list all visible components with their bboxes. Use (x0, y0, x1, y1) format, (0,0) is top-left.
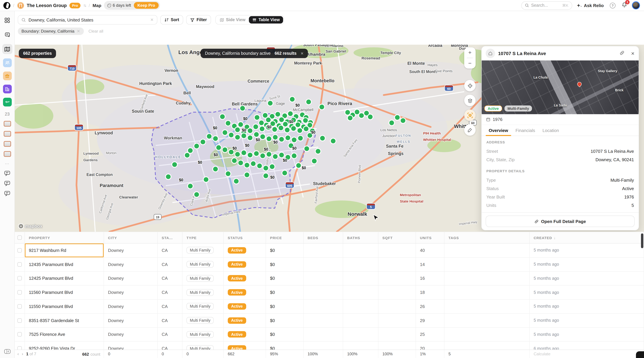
property-marker[interactable] (279, 136, 284, 142)
dismiss-banner-icon[interactable]: ✕ (300, 51, 304, 56)
property-marker[interactable] (254, 151, 259, 156)
property-marker[interactable] (291, 153, 297, 158)
boundary-active-banner[interactable]: Downey, California boundary active 662 r… (200, 49, 308, 58)
property-marker[interactable] (330, 138, 336, 144)
property-marker[interactable] (244, 172, 250, 178)
row-checkbox[interactable] (18, 304, 22, 309)
property-marker[interactable] (312, 158, 317, 164)
property-marker[interactable] (235, 134, 240, 140)
property-marker[interactable] (263, 165, 269, 171)
property-marker[interactable] (269, 164, 275, 169)
property-marker[interactable] (247, 135, 253, 140)
select-all-checkbox[interactable] (18, 235, 22, 240)
open-full-detail-button[interactable]: Open Full Detail Page (486, 216, 634, 227)
sidebar-board-thumbnail[interactable] (4, 131, 11, 137)
property-marker[interactable] (250, 161, 256, 166)
property-marker[interactable] (235, 151, 240, 157)
property-marker[interactable] (235, 127, 240, 132)
table-row[interactable]: 9217 Washburn RdDowneyCAMulti FamilyActi… (15, 244, 644, 258)
property-marker[interactable] (194, 192, 200, 197)
table-row[interactable]: 11550 Paramount BlvdDowneyCAMulti Family… (15, 300, 644, 314)
row-checkbox[interactable] (18, 318, 22, 322)
property-marker[interactable] (226, 171, 231, 176)
clear-all-button[interactable]: Clear all (88, 29, 103, 34)
sidebar-item-map[interactable] (2, 44, 12, 54)
property-marker[interactable] (296, 163, 301, 168)
property-marker[interactable] (298, 135, 303, 141)
org-name[interactable]: The Leeson Group (27, 3, 67, 8)
sidebar-item-contacts[interactable] (3, 58, 12, 67)
table-row[interactable]: 12425 Paramount BlvdDowneyCAMulti Family… (15, 272, 644, 286)
property-marker[interactable] (394, 115, 400, 120)
tab-financials[interactable]: Financials (512, 125, 538, 136)
tab-overview[interactable]: Overview (486, 125, 511, 136)
column-header-sqft[interactable]: SQFT (378, 232, 416, 243)
property-marker[interactable] (241, 150, 246, 155)
notifications-button[interactable]: 1 (622, 2, 627, 9)
column-header-sta[interactable]: STA... (158, 232, 182, 243)
row-checkbox[interactable] (18, 276, 22, 281)
column-header-tags[interactable]: TAGS (444, 232, 530, 243)
property-marker[interactable] (257, 163, 262, 168)
prev-page-button[interactable]: ‹ (18, 352, 19, 356)
help-button[interactable]: ? (610, 3, 616, 8)
property-marker[interactable] (278, 125, 284, 131)
table-row[interactable]: 8351-8357 Gardendale StDowneyCAMulti Fam… (15, 314, 644, 328)
property-marker[interactable] (304, 146, 310, 151)
property-marker[interactable] (216, 145, 221, 150)
column-header-created[interactable]: CREATED↓ (530, 232, 644, 243)
table-scrollbar-thumb[interactable] (641, 233, 643, 248)
property-marker[interactable] (260, 153, 266, 158)
property-marker[interactable] (222, 130, 228, 135)
column-header-type[interactable]: TYPE (182, 232, 224, 243)
property-marker[interactable] (291, 126, 296, 131)
table-row[interactable]: 7525 Florence AveDowneyCAMulti FamilyAct… (15, 328, 644, 342)
property-marker[interactable] (238, 122, 244, 127)
breadcrumb-map[interactable]: Map (92, 3, 101, 8)
property-marker[interactable] (200, 139, 206, 145)
zoom-in-button[interactable]: + (464, 47, 476, 58)
property-marker[interactable] (368, 114, 373, 120)
property-marker[interactable] (282, 170, 288, 176)
property-marker[interactable] (226, 120, 231, 126)
column-header-status[interactable]: STATUS (224, 232, 266, 243)
sidebar-more[interactable]: ⋯ (5, 161, 10, 166)
sort-indicator-icon[interactable]: ↓ (554, 236, 556, 240)
property-marker[interactable] (254, 115, 260, 120)
clear-search-icon[interactable]: ✕ (150, 18, 154, 22)
row-checkbox[interactable] (18, 262, 22, 266)
property-marker[interactable] (275, 111, 280, 117)
tab-location[interactable]: Location (540, 125, 562, 136)
property-marker[interactable] (220, 114, 225, 119)
relio-logo-icon[interactable] (3, 2, 10, 9)
table-row[interactable]: 11560 Paramount BlvdDowneyCAMulti Family… (15, 286, 644, 300)
property-marker[interactable] (254, 132, 259, 137)
property-marker[interactable] (247, 128, 253, 133)
column-header-city[interactable]: CITY (104, 232, 158, 243)
property-marker[interactable] (315, 149, 321, 154)
org-switcher-icon[interactable]: ↑↓ (83, 3, 86, 8)
property-marker[interactable] (272, 154, 278, 159)
property-marker[interactable] (244, 162, 250, 168)
table-view-tab[interactable]: Table View (249, 16, 283, 24)
map-canvas[interactable]: 105710106056051960 Los AngelesNorwalkWhi… (15, 45, 644, 232)
property-marker[interactable] (266, 136, 272, 141)
property-marker[interactable] (240, 105, 245, 111)
3d-buildings-button[interactable] (464, 109, 476, 121)
property-marker[interactable] (260, 134, 266, 139)
property-marker[interactable] (222, 147, 228, 153)
sidebar-item-lenders[interactable] (3, 72, 12, 80)
side-view-tab[interactable]: Side View (216, 16, 249, 24)
property-marker[interactable] (272, 134, 278, 140)
property-marker[interactable] (228, 132, 234, 138)
property-marker[interactable] (291, 137, 297, 143)
sort-button[interactable]: Sort (160, 15, 183, 25)
property-marker[interactable] (203, 177, 209, 182)
collapse-sidebar-button[interactable] (4, 349, 10, 355)
property-marker[interactable] (279, 152, 284, 158)
keep-pro-button[interactable]: Keep Pro (134, 2, 159, 9)
global-search[interactable]: Search... ⌘K (521, 1, 572, 10)
property-marker[interactable] (194, 143, 200, 149)
mapbox-attribution[interactable]: ✦ mapbox (18, 223, 42, 229)
copy-link-icon[interactable] (620, 50, 624, 57)
